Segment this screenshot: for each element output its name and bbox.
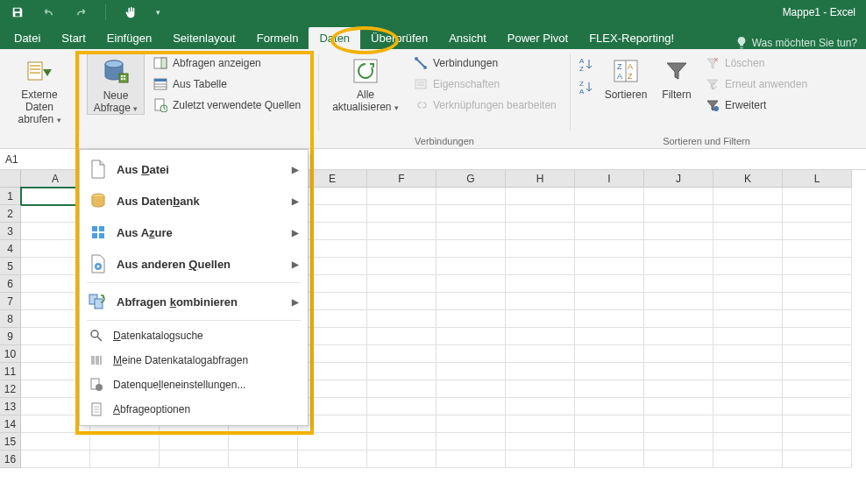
cell[interactable]	[644, 258, 713, 275]
cell[interactable]	[575, 345, 644, 363]
cell[interactable]	[90, 433, 160, 451]
cell[interactable]	[783, 345, 852, 363]
tab-einfuegen[interactable]: Einfügen	[96, 27, 162, 49]
cell[interactable]	[644, 240, 713, 258]
cell[interactable]	[506, 275, 575, 293]
sortieren-button[interactable]: ZAAZ Sortieren	[600, 53, 651, 101]
tab-ueberpruefen[interactable]: Überprüfen	[360, 27, 438, 49]
cell[interactable]	[506, 398, 575, 415]
cell[interactable]	[713, 240, 783, 258]
menu-aus-anderen-quellen[interactable]: Aus anderen Quellen ▶	[80, 248, 308, 280]
cell[interactable]	[575, 451, 644, 468]
column-header[interactable]: G	[437, 170, 506, 188]
cell[interactable]	[506, 293, 575, 310]
row-header[interactable]: 6	[0, 275, 21, 293]
cell[interactable]	[437, 380, 506, 398]
row-header[interactable]: 13	[0, 398, 21, 415]
cell[interactable]	[367, 275, 437, 293]
cell[interactable]	[160, 433, 229, 451]
cell[interactable]	[644, 223, 713, 240]
menu-abfragen-kombinieren[interactable]: Abfragen kombinieren ▶	[80, 286, 308, 317]
cell[interactable]	[437, 398, 506, 415]
cell[interactable]	[644, 345, 713, 363]
cell[interactable]	[506, 310, 575, 328]
cell[interactable]	[713, 345, 783, 363]
cell[interactable]	[367, 205, 437, 223]
tab-seitenlayout[interactable]: Seitenlayout	[162, 27, 246, 49]
cell[interactable]	[367, 415, 437, 433]
cell[interactable]	[437, 275, 506, 293]
cell[interactable]	[575, 258, 644, 275]
cell[interactable]	[506, 451, 575, 468]
row-header[interactable]: 8	[0, 310, 21, 328]
cell[interactable]	[437, 451, 506, 468]
cell[interactable]	[575, 223, 644, 240]
cell[interactable]	[783, 310, 852, 328]
cell[interactable]	[506, 223, 575, 240]
cell[interactable]	[713, 451, 783, 468]
tab-ansicht[interactable]: Ansicht	[438, 27, 497, 49]
cell[interactable]	[506, 380, 575, 398]
menu-aus-datei[interactable]: Aus Datei ▶	[80, 153, 308, 185]
cell[interactable]	[575, 240, 644, 258]
cell[interactable]	[367, 310, 437, 328]
cell[interactable]	[575, 205, 644, 223]
cell[interactable]	[437, 363, 506, 380]
tell-me-search[interactable]: Was möchten Sie tun?	[736, 37, 866, 49]
tab-start[interactable]: Start	[51, 27, 96, 49]
cell[interactable]	[783, 415, 852, 433]
tab-formeln[interactable]: Formeln	[246, 27, 309, 49]
cell[interactable]	[367, 188, 437, 205]
cell[interactable]	[713, 433, 783, 451]
cell[interactable]	[713, 275, 783, 293]
cell[interactable]	[575, 433, 644, 451]
cell[interactable]	[506, 433, 575, 451]
cell[interactable]	[783, 240, 852, 258]
row-header[interactable]: 1	[0, 188, 21, 205]
touch-mode-button[interactable]	[120, 3, 141, 22]
cell[interactable]	[644, 293, 713, 310]
cell[interactable]	[506, 188, 575, 205]
cell[interactable]	[367, 363, 437, 380]
sort-desc-button[interactable]: ZA	[578, 79, 595, 96]
cell[interactable]	[367, 433, 437, 451]
cell[interactable]	[575, 415, 644, 433]
filtern-button[interactable]: Filtern	[657, 53, 697, 101]
cell[interactable]	[437, 258, 506, 275]
row-header[interactable]: 4	[0, 240, 21, 258]
cell[interactable]	[437, 223, 506, 240]
menu-abfrageoptionen[interactable]: Abfrageoptionen	[80, 397, 308, 422]
cell[interactable]	[229, 433, 298, 451]
cell[interactable]	[644, 380, 713, 398]
column-header[interactable]: I	[575, 170, 644, 188]
cell[interactable]	[437, 328, 506, 345]
cell[interactable]	[506, 328, 575, 345]
cell[interactable]	[506, 363, 575, 380]
cell[interactable]	[21, 433, 90, 451]
aus-tabelle-button[interactable]: Aus Tabelle	[150, 75, 304, 93]
row-header[interactable]: 15	[0, 433, 21, 451]
cell[interactable]	[783, 328, 852, 345]
cell[interactable]	[575, 310, 644, 328]
erweitert-button[interactable]: Erweitert	[702, 96, 811, 114]
tab-daten[interactable]: Daten	[309, 27, 360, 49]
cell[interactable]	[437, 293, 506, 310]
tab-flex-reporting[interactable]: FLEX-Reporting!	[579, 27, 685, 49]
cell[interactable]	[783, 258, 852, 275]
cell[interactable]	[437, 345, 506, 363]
cell[interactable]	[506, 415, 575, 433]
cell[interactable]	[713, 223, 783, 240]
column-header[interactable]: F	[367, 170, 437, 188]
cell[interactable]	[644, 310, 713, 328]
cell[interactable]	[506, 240, 575, 258]
column-header[interactable]: J	[644, 170, 713, 188]
cell[interactable]	[506, 205, 575, 223]
cell[interactable]	[644, 205, 713, 223]
column-header[interactable]: H	[506, 170, 575, 188]
cell[interactable]	[160, 451, 229, 468]
cell[interactable]	[229, 451, 298, 468]
cell[interactable]	[437, 433, 506, 451]
cell[interactable]	[298, 451, 367, 468]
redo-button[interactable]	[70, 3, 91, 22]
cell[interactable]	[575, 398, 644, 415]
